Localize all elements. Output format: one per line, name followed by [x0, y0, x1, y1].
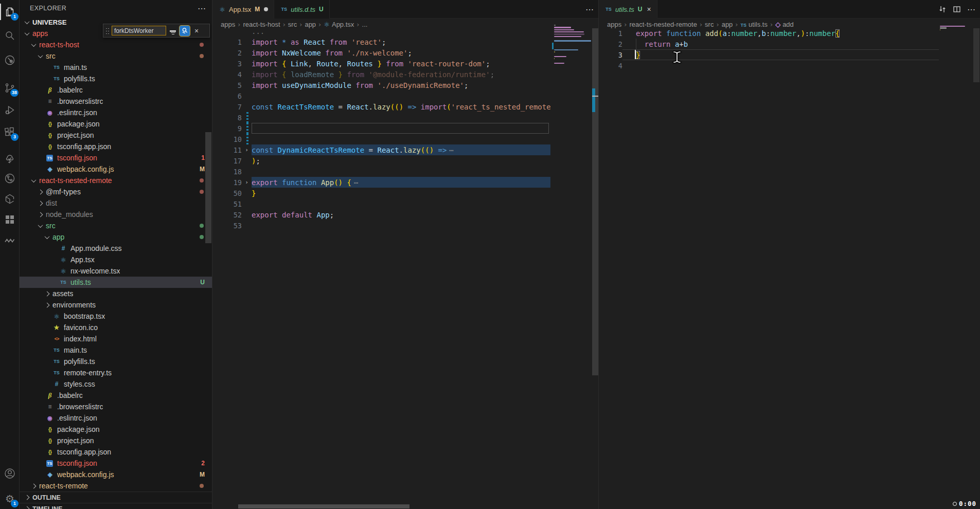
code-line-3[interactable]: 3import { Link, Route, Routes } from 're… — [212, 58, 550, 69]
tree-item-bootstrap.tsx[interactable]: ⚛bootstrap.tsx — [20, 311, 212, 322]
tree-item-tsconfig.json[interactable]: TStsconfig.json2 — [20, 458, 212, 469]
code-line-1[interactable]: 1import * as React from 'react'; — [212, 37, 550, 47]
activity-item-run-debug[interactable] — [0, 100, 20, 120]
tree-item-package.json[interactable]: {}package.json — [20, 118, 212, 130]
tree-item-package.json[interactable]: {}package.json — [20, 424, 212, 435]
code-line-7[interactable]: 7const ReactTsRemote = React.lazy(() => … — [212, 101, 550, 112]
code-editor-app-tsx[interactable]: ...1import * as React from 'react';2impo… — [212, 26, 550, 504]
timeline-section-header[interactable]: TIMELINE — [20, 503, 212, 509]
code-line-19[interactable]: 19›export function App() {⋯ — [212, 177, 550, 188]
tree-item-environments[interactable]: environments — [20, 299, 212, 311]
fuzzy-match-toggle-button[interactable] — [180, 26, 190, 36]
tree-item-.eslintrc.json[interactable]: ◉.eslintrc.json — [20, 412, 212, 424]
tab-utils.ts[interactable]: TSutils.tsU× — [599, 0, 657, 19]
code-line-17[interactable]: 17); — [212, 155, 550, 166]
sidebar-scrollbar[interactable] — [205, 132, 211, 243]
tree-item-project.json[interactable]: {}project.json — [20, 130, 212, 141]
minimap-right[interactable] — [939, 26, 972, 57]
activity-item-explorer[interactable]: 1 — [0, 2, 20, 22]
tree-item-styles.css[interactable]: #styles.css — [20, 378, 212, 390]
code-line-2[interactable]: 2 return a+b — [599, 39, 939, 49]
code-line-18[interactable]: 18 — [212, 166, 550, 177]
activity-item-console-wave[interactable] — [0, 230, 20, 250]
tree-item-.browserslistrc[interactable]: ≡.browserslistrc — [20, 96, 212, 107]
tab-utils.d.ts[interactable]: TSutils.d.tsU — [274, 0, 329, 19]
activity-item-scope-extension[interactable] — [0, 50, 20, 70]
vertical-scrollbar-right[interactable] — [973, 28, 979, 82]
open-changes-icon[interactable] — [937, 4, 948, 15]
breadcrumb-item[interactable]: apps — [607, 21, 621, 28]
code-line-2[interactable]: 2import NxWelcome from './nx-welcome'; — [212, 47, 550, 58]
code-line-pre[interactable]: ... — [212, 26, 550, 37]
tree-item-.browserslistrc[interactable]: ≡.browserslistrc — [20, 401, 212, 412]
activity-item-settings-gear[interactable]: ⚙1 — [0, 488, 20, 509]
vertical-scrollbar-left[interactable] — [592, 28, 598, 375]
tree-item-src[interactable]: src — [20, 220, 212, 231]
breadcrumb-item[interactable]: app — [722, 21, 733, 28]
tree-item-dist[interactable]: dist — [20, 197, 212, 209]
activity-item-git-graph[interactable] — [0, 168, 20, 189]
folded-ellipsis[interactable]: ⋯ — [449, 146, 453, 154]
tree-item-@mf-types[interactable]: @mf-types — [20, 186, 212, 197]
code-line-51[interactable]: 51 — [212, 198, 550, 209]
activity-item-project-grid[interactable] — [0, 209, 20, 230]
code-line-11[interactable]: 11›const DynamicReactTsRemote = React.la… — [212, 144, 550, 155]
tree-item-app.tsx[interactable]: ⚛App.tsx — [20, 254, 212, 265]
more-actions-icon[interactable]: ⋯ — [584, 4, 595, 15]
tree-item-.babelrc[interactable]: β.babelrc — [20, 84, 212, 96]
split-editor-icon[interactable] — [951, 4, 963, 15]
fold-chevron[interactable]: › — [242, 179, 252, 186]
tree-item-utils.ts[interactable]: TSutils.tsU — [20, 277, 212, 288]
tree-item-main.ts[interactable]: TSmain.ts — [20, 62, 212, 73]
breadcrumb-item[interactable]: ◇add — [775, 21, 794, 28]
code-line-8[interactable]: 8 — [212, 112, 550, 123]
code-line-5[interactable]: 5import useDynamicModule from './useDyna… — [212, 80, 550, 90]
breadcrumb-item[interactable]: react-ts-nested-remote — [629, 21, 697, 28]
tree-item-node-modules[interactable]: node_modules — [20, 209, 212, 220]
explorer-more-actions-icon[interactable]: ⋯ — [198, 4, 206, 13]
code-line-9[interactable]: 9 — [212, 123, 550, 134]
code-line-3[interactable]: 3} — [599, 49, 939, 60]
tree-item-tsconfig.app.json[interactable]: {}tsconfig.app.json — [20, 446, 212, 458]
filter-toggle-button[interactable] — [168, 26, 178, 36]
tree-find-input[interactable] — [112, 26, 166, 35]
tree-item-tsconfig.json[interactable]: TStsconfig.json1 — [20, 152, 212, 163]
tree-item-src[interactable]: src — [20, 50, 212, 62]
tree-item-index.html[interactable]: <>index.html — [20, 333, 212, 344]
tab-app.tsx[interactable]: ⚛App.tsxM — [212, 0, 274, 19]
tree-item-.eslintrc.json[interactable]: ◉.eslintrc.json — [20, 107, 212, 118]
tree-item-assets[interactable]: assets — [20, 288, 212, 299]
tree-item-react-ts-remote[interactable]: react-ts-remote — [20, 480, 212, 492]
activity-item-todo-tree[interactable] — [0, 149, 20, 169]
code-line-52[interactable]: 52export default App; — [212, 209, 550, 220]
activity-item-accounts[interactable] — [0, 463, 20, 484]
tree-item-favicon.ico[interactable]: ★favicon.ico — [20, 322, 212, 333]
code-editor-utils-ts[interactable]: 1export function add(a:number,b:number,)… — [599, 28, 939, 509]
code-line-53[interactable]: 53 — [212, 220, 550, 231]
tree-item-react-ts-nested-remote[interactable]: react-ts-nested-remote — [20, 175, 212, 186]
code-line-4[interactable]: 4import { loadRemote } from '@module-fed… — [212, 69, 550, 80]
outline-section-header[interactable]: OUTLINE — [20, 492, 212, 503]
code-line-10[interactable]: 10 — [212, 134, 550, 144]
activity-item-extensions[interactable]: 3 — [0, 122, 20, 142]
tree-item-remote-entry.ts[interactable]: TSremote-entry.ts — [20, 367, 212, 378]
tree-item-nx-welcome.tsx[interactable]: ⚛nx-welcome.tsx — [20, 265, 212, 277]
tree-item-main.ts[interactable]: TSmain.ts — [20, 344, 212, 356]
tree-item-project.json[interactable]: {}project.json — [20, 435, 212, 446]
code-line-50[interactable]: 50} — [212, 188, 550, 198]
tree-item-.babelrc[interactable]: β.babelrc — [20, 390, 212, 401]
tree-item-polyfills.ts[interactable]: TSpolyfills.ts — [20, 356, 212, 367]
tree-item-tsconfig.app.json[interactable]: {}tsconfig.app.json — [20, 141, 212, 152]
activity-item-search[interactable] — [0, 25, 20, 46]
close-icon[interactable]: × — [191, 26, 202, 36]
minimap-left[interactable] — [553, 25, 592, 97]
close-icon[interactable]: × — [647, 5, 651, 13]
breadcrumb-item[interactable]: src — [705, 21, 714, 28]
breadcrumb-item[interactable]: TSutils.ts — [741, 21, 768, 28]
activity-item-source-control[interactable]: 38 — [0, 78, 20, 98]
tree-item-polyfills.ts[interactable]: TSpolyfills.ts — [20, 73, 212, 84]
code-line-4[interactable]: 4 — [599, 60, 939, 71]
code-line-1[interactable]: 1export function add(a:number,b:number,)… — [599, 28, 939, 39]
tree-item-webpack.config.js[interactable]: ◈webpack.config.jsM — [20, 469, 212, 480]
tree-item-app[interactable]: app — [20, 231, 212, 243]
